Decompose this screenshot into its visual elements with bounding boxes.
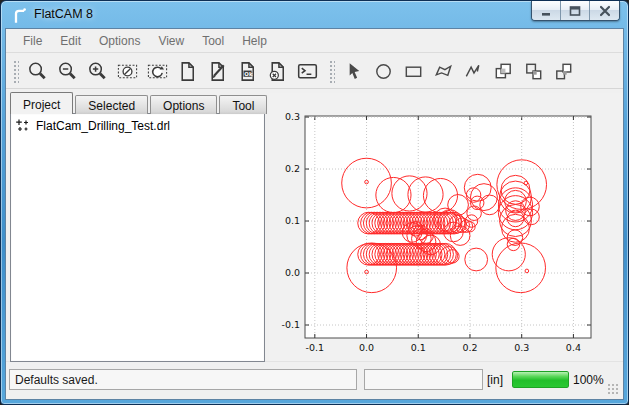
open-project-button[interactable] [202,57,232,85]
tab-selected[interactable]: Selected [75,95,148,114]
status-bar: Defaults saved. [in] 100% [6,361,623,399]
window-controls [531,1,620,21]
replot-button[interactable] [142,57,172,85]
new-project-icon [176,60,199,83]
zoom-fit-icon [26,60,49,83]
save-project-button[interactable]: Ok [232,57,262,85]
zoom-fit-button[interactable] [22,57,52,85]
select-tool-icon [342,60,365,83]
minimize-button[interactable] [532,1,561,20]
maximize-icon [568,5,582,17]
menu-item-view[interactable]: View [149,30,193,52]
x-tick-label: 0.0 [359,342,374,353]
zoom-in-icon [86,60,109,83]
open-project-icon [206,60,229,83]
menu-item-edit[interactable]: Edit [51,30,90,52]
zoom-out-icon [56,60,79,83]
draw-circle-button[interactable] [368,57,398,85]
shell-button[interactable] [292,57,322,85]
draw-path-button[interactable] [458,57,488,85]
draw-polygon-button[interactable] [428,57,458,85]
close-button[interactable] [590,1,619,20]
toolbar-group [338,57,578,85]
draw-rectangle-icon [402,60,425,83]
polygon-union-icon [492,60,515,83]
svg-text:Ok: Ok [244,70,253,76]
units-label: [in] [487,373,503,387]
client-area: FileEditOptionsViewToolHelp Ok ProjectSe… [5,28,624,400]
y-tick-label: 0.2 [285,163,300,174]
clear-plot-button[interactable] [112,57,142,85]
tab-tool[interactable]: Tool [219,95,267,114]
select-tool-button[interactable] [338,57,368,85]
minimize-icon [539,5,553,17]
maximize-button[interactable] [561,1,590,20]
drill-object-icon [15,118,30,133]
toolbar: Ok [6,54,623,89]
polygon-copy-button[interactable] [518,57,548,85]
y-tick-label: 0.1 [285,215,300,226]
x-tick-label: 0.4 [566,342,581,353]
toolbar-grip[interactable] [328,59,335,83]
tree-item-label: FlatCam_Drilling_Test.drl [36,119,170,133]
close-icon [598,5,612,17]
title-bar[interactable]: FlatCAM 8 [1,1,628,28]
axes-frame [305,116,591,338]
menu-item-help[interactable]: Help [233,30,276,52]
zoom-out-button[interactable] [52,57,82,85]
app-window: FlatCAM 8 FileEditOptionsViewToolHelp Ok… [0,0,629,405]
window-title: FlatCAM 8 [34,7,93,21]
progress-percent-label: 100% [573,373,604,387]
replot-icon [146,60,169,83]
toolbar-group: Ok [22,57,322,85]
progress-bar [512,371,569,388]
resize-grip[interactable] [607,383,619,395]
menu-bar: FileEditOptionsViewToolHelp [6,29,623,53]
tab-bar: ProjectSelectedOptionsTool [10,92,269,114]
project-panel[interactable]: FlatCam_Drilling_Test.drl [10,113,265,362]
x-tick-label: 0.3 [514,342,529,353]
menu-item-tool[interactable]: Tool [193,30,233,52]
draw-rectangle-button[interactable] [398,57,428,85]
tab-options[interactable]: Options [150,95,217,114]
menu-item-options[interactable]: Options [90,30,149,52]
y-tick-label: 0.0 [285,267,300,278]
menu-item-file[interactable]: File [14,30,51,52]
zoom-in-button[interactable] [82,57,112,85]
delete-object-icon [266,60,289,83]
polygon-move-icon [552,60,575,83]
y-tick-label: 0.3 [285,111,300,122]
clear-plot-icon [116,60,139,83]
x-tick-label: -0.1 [306,342,325,353]
tab-project[interactable]: Project [10,92,73,114]
x-tick-label: 0.1 [411,342,426,353]
plot-area[interactable]: -0.10.00.10.20.30.4-0.10.00.10.20.3 [269,93,624,364]
drill-plot[interactable]: -0.10.00.10.20.30.4-0.10.00.10.20.3 [269,93,624,364]
new-project-button[interactable] [172,57,202,85]
status-message: Defaults saved. [9,369,357,390]
tree-item-drill-object[interactable]: FlatCam_Drilling_Test.drl [11,114,264,135]
delete-object-button[interactable] [262,57,292,85]
draw-path-icon [462,60,485,83]
x-tick-label: 0.2 [462,342,477,353]
flatcam-logo-icon [10,6,28,24]
polygon-move-button[interactable] [548,57,578,85]
status-field [364,369,483,390]
polygon-copy-icon [522,60,545,83]
polygon-union-button[interactable] [488,57,518,85]
draw-circle-icon [372,60,395,83]
save-project-icon: Ok [236,60,259,83]
draw-polygon-icon [432,60,455,83]
shell-icon [296,60,319,83]
toolbar-grip[interactable] [12,59,19,83]
y-tick-label: -0.1 [281,319,300,330]
